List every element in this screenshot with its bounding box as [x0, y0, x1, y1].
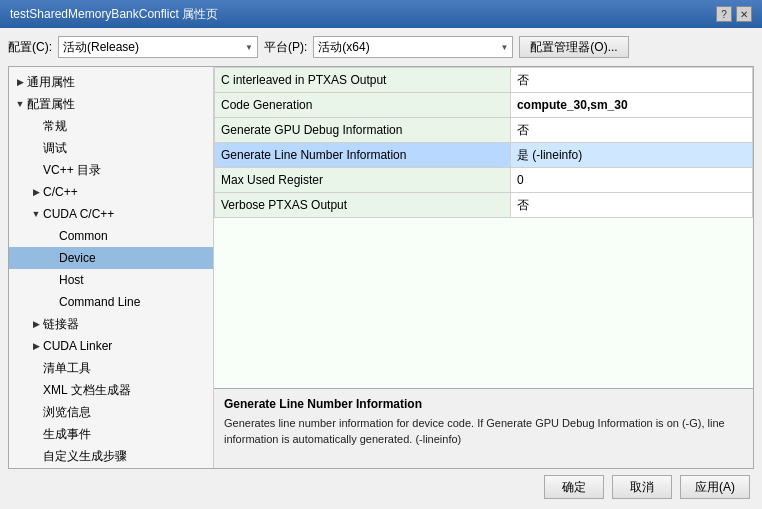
tree-toggle-cuda-linker[interactable]: ▶ — [29, 339, 43, 353]
close-button[interactable]: ✕ — [736, 6, 752, 22]
tree-label-general-props: 通用属性 — [27, 73, 75, 91]
tree-toggle-linker[interactable]: ▶ — [29, 317, 43, 331]
dialog-title: testSharedMemoryBankConflict 属性页 — [10, 6, 218, 23]
tree-item-cuda-cpp[interactable]: ▼CUDA C/C++ — [9, 203, 213, 225]
prop-name-codegen: Code Generation — [215, 93, 511, 118]
platform-combo-arrow: ▼ — [500, 43, 508, 52]
tree-label-debug: 调试 — [43, 139, 67, 157]
tree-panel: ▶通用属性▼配置属性常规调试VC++ 目录▶C/C++▼CUDA C/C++Co… — [9, 67, 214, 468]
tree-label-cpp: C/C++ — [43, 183, 78, 201]
apply-button[interactable]: 应用(A) — [680, 475, 750, 499]
config-combo[interactable]: 活动(Release) ▼ — [58, 36, 258, 58]
prop-row-interleaved[interactable]: C interleaved in PTXAS Output否 — [215, 68, 753, 93]
tree-item-linker[interactable]: ▶链接器 — [9, 313, 213, 335]
right-panel: C interleaved in PTXAS Output否Code Gener… — [214, 67, 753, 468]
prop-name-gpu-debug: Generate GPU Debug Information — [215, 118, 511, 143]
prop-row-verbose[interactable]: Verbose PTXAS Output否 — [215, 193, 753, 218]
tree-label-custom-build: 自定义生成步骤 — [43, 447, 127, 465]
properties-table: C interleaved in PTXAS Output否Code Gener… — [214, 67, 753, 388]
prop-value-interleaved: 否 — [510, 68, 752, 93]
dialog-body: 配置(C): 活动(Release) ▼ 平台(P): 活动(x64) ▼ 配置… — [0, 28, 762, 509]
tree-item-vcpp-dir[interactable]: VC++ 目录 — [9, 159, 213, 181]
config-manager-button[interactable]: 配置管理器(O)... — [519, 36, 628, 58]
tree-label-cmdline: Command Line — [59, 293, 140, 311]
tree-label-xml-gen: XML 文档生成器 — [43, 381, 131, 399]
prop-value-gpu-debug: 否 — [510, 118, 752, 143]
toolbar-row: 配置(C): 活动(Release) ▼ 平台(P): 活动(x64) ▼ 配置… — [8, 36, 754, 58]
tree-label-vcpp-dir: VC++ 目录 — [43, 161, 101, 179]
tree-label-host: Host — [59, 271, 84, 289]
tree-item-common[interactable]: Common — [9, 225, 213, 247]
tree-label-normal: 常规 — [43, 117, 67, 135]
props-table-inner: C interleaved in PTXAS Output否Code Gener… — [214, 67, 753, 218]
prop-value-verbose: 否 — [510, 193, 752, 218]
tree-item-cpp[interactable]: ▶C/C++ — [9, 181, 213, 203]
prop-name-interleaved: C interleaved in PTXAS Output — [215, 68, 511, 93]
platform-combo[interactable]: 活动(x64) ▼ — [313, 36, 513, 58]
tree-item-cuda-linker[interactable]: ▶CUDA Linker — [9, 335, 213, 357]
prop-name-verbose: Verbose PTXAS Output — [215, 193, 511, 218]
tree-item-custom-build[interactable]: 自定义生成步骤 — [9, 445, 213, 467]
tree-label-cuda-cpp: CUDA C/C++ — [43, 205, 114, 223]
tree-toggle-config-props[interactable]: ▼ — [13, 97, 27, 111]
prop-row-gpu-debug[interactable]: Generate GPU Debug Information否 — [215, 118, 753, 143]
cancel-button[interactable]: 取消 — [612, 475, 672, 499]
tree-label-common: Common — [59, 227, 108, 245]
tree-item-manifest[interactable]: 清单工具 — [9, 357, 213, 379]
desc-title: Generate Line Number Information — [224, 397, 743, 411]
help-button[interactable]: ? — [716, 6, 732, 22]
tree-item-normal[interactable]: 常规 — [9, 115, 213, 137]
desc-text: Generates line number information for de… — [224, 415, 743, 447]
tree-label-browse: 浏览信息 — [43, 403, 91, 421]
tree-item-host[interactable]: Host — [9, 269, 213, 291]
prop-name-linenum: Generate Line Number Information — [215, 143, 511, 168]
tree-toggle-general-props[interactable]: ▶ — [13, 75, 27, 89]
tree-label-manifest: 清单工具 — [43, 359, 91, 377]
prop-name-max-reg: Max Used Register — [215, 168, 511, 193]
tree-item-code-analysis[interactable]: 代码分析 — [9, 467, 213, 468]
tree-item-cmdline[interactable]: Command Line — [9, 291, 213, 313]
tree-label-config-props: 配置属性 — [27, 95, 75, 113]
config-combo-arrow: ▼ — [245, 43, 253, 52]
tree-item-browse[interactable]: 浏览信息 — [9, 401, 213, 423]
ok-button[interactable]: 确定 — [544, 475, 604, 499]
tree-item-config-props[interactable]: ▼配置属性 — [9, 93, 213, 115]
tree-toggle-cpp[interactable]: ▶ — [29, 185, 43, 199]
tree-label-device: Device — [59, 249, 96, 267]
prop-value-linenum: 是 (-lineinfo) — [510, 143, 752, 168]
tree-item-general-props[interactable]: ▶通用属性 — [9, 71, 213, 93]
tree-label-build-events: 生成事件 — [43, 425, 91, 443]
tree-item-debug[interactable]: 调试 — [9, 137, 213, 159]
tree-item-build-events[interactable]: 生成事件 — [9, 423, 213, 445]
config-label: 配置(C): — [8, 39, 52, 56]
prop-row-max-reg[interactable]: Max Used Register0 — [215, 168, 753, 193]
description-panel: Generate Line Number Information Generat… — [214, 388, 753, 468]
title-bar: testSharedMemoryBankConflict 属性页 ? ✕ — [0, 0, 762, 28]
prop-value-max-reg: 0 — [510, 168, 752, 193]
tree-label-cuda-linker: CUDA Linker — [43, 337, 112, 355]
platform-value: 活动(x64) — [318, 39, 369, 56]
title-bar-buttons: ? ✕ — [716, 6, 752, 22]
tree-item-xml-gen[interactable]: XML 文档生成器 — [9, 379, 213, 401]
bottom-row: 确定 取消 应用(A) — [8, 469, 754, 501]
main-content: ▶通用属性▼配置属性常规调试VC++ 目录▶C/C++▼CUDA C/C++Co… — [8, 66, 754, 469]
platform-label: 平台(P): — [264, 39, 307, 56]
tree-label-linker: 链接器 — [43, 315, 79, 333]
prop-row-linenum[interactable]: Generate Line Number Information是 (-line… — [215, 143, 753, 168]
tree-item-device[interactable]: Device — [9, 247, 213, 269]
prop-row-codegen[interactable]: Code Generationcompute_30,sm_30 — [215, 93, 753, 118]
tree-toggle-cuda-cpp[interactable]: ▼ — [29, 207, 43, 221]
config-value: 活动(Release) — [63, 39, 139, 56]
prop-value-codegen: compute_30,sm_30 — [510, 93, 752, 118]
